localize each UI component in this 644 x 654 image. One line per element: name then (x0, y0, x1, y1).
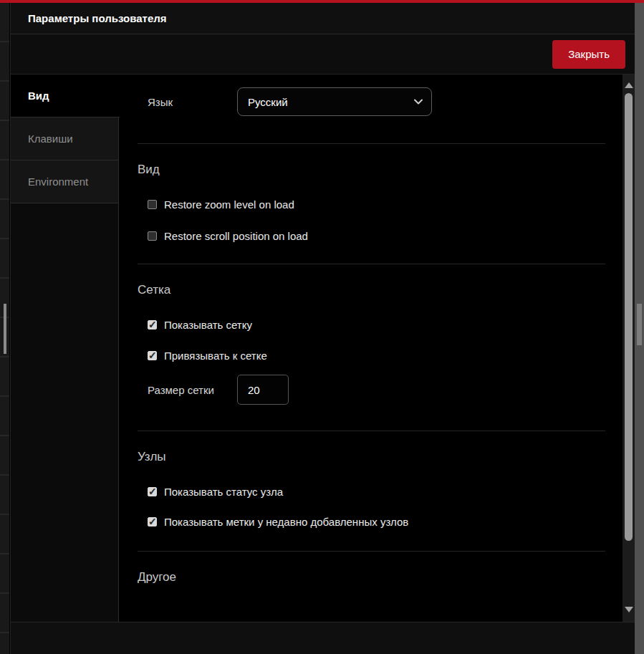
dialog-title: Параметры пользователя (28, 12, 167, 24)
section-divider (138, 143, 605, 144)
tab-keys-label: Клавиши (28, 133, 73, 145)
dialog-toolbar: Закрыть (11, 34, 635, 74)
dialog-scrollbar-thumb[interactable] (625, 93, 633, 541)
checkbox-icon[interactable] (148, 351, 157, 360)
checkbox-icon[interactable] (148, 320, 157, 330)
grid-size-input[interactable] (237, 375, 289, 405)
checkbox-icon[interactable] (148, 517, 157, 526)
language-select-wrap: Русский (237, 87, 432, 116)
show-grid-option[interactable]: Показывать сетку (148, 319, 605, 331)
scroll-down-arrow-icon[interactable] (623, 602, 635, 617)
tab-environment-label: Environment (28, 175, 88, 188)
restore-zoom-option[interactable]: Restore zoom level on load (148, 198, 605, 211)
scroll-up-arrow-icon[interactable] (623, 77, 635, 93)
checkbox-label: Показывать сетку (164, 319, 252, 331)
settings-tab-list: Вид Клавиши Environment (11, 74, 119, 622)
settings-panel: Язык Русский Вид Restore zoom level on (119, 74, 623, 622)
dialog-footer (11, 622, 635, 654)
section-divider (138, 264, 605, 264)
nodes-section-title: Узлы (138, 448, 605, 466)
section-divider (138, 431, 605, 431)
dialog-scrollbar[interactable] (623, 74, 635, 622)
grid-size-row: Размер сетки (138, 375, 605, 405)
background-scrollbar-thumb[interactable] (4, 304, 6, 354)
grid-size-label: Размер сетки (148, 384, 237, 396)
close-button[interactable]: Закрыть (552, 40, 625, 69)
checkbox-icon[interactable] (148, 200, 157, 209)
checkbox-label: Привязывать к сетке (164, 350, 267, 362)
show-node-status-option[interactable]: Показывать статус узла (148, 486, 605, 498)
checkbox-label: Restore scroll position on load (164, 230, 308, 242)
language-row: Язык Русский (138, 87, 605, 116)
tab-view-label: Вид (28, 90, 49, 102)
checkbox-label: Показывать метки у недавно добавленных у… (164, 516, 408, 528)
section-divider (138, 551, 605, 552)
view-section-title: Вид (138, 161, 605, 178)
dialog-header: Параметры пользователя (11, 3, 635, 34)
snap-grid-option[interactable]: Привязывать к сетке (148, 350, 605, 362)
checkbox-icon[interactable] (148, 487, 157, 496)
tab-list-filler (11, 203, 118, 622)
tab-view[interactable]: Вид (11, 74, 120, 117)
other-section-title: Другое (138, 569, 605, 586)
window-scrollbar-thumb[interactable] (637, 304, 642, 345)
app-window: Параметры пользователя Закрыть Вид Клави… (0, 0, 644, 654)
tab-keys[interactable]: Клавиши (11, 117, 118, 160)
dialog-main: Вид Клавиши Environment Язык Русский (11, 74, 635, 622)
show-node-labels-option[interactable]: Показывать метки у недавно добавленных у… (148, 516, 605, 528)
background-page-left-edge (0, 3, 10, 654)
checkbox-label: Показывать статус узла (164, 486, 283, 498)
language-label: Язык (148, 96, 237, 108)
checkbox-icon[interactable] (148, 231, 157, 241)
checkbox-label: Restore zoom level on load (164, 198, 294, 211)
grid-section-title: Сетка (138, 282, 605, 299)
tab-environment[interactable]: Environment (11, 160, 118, 203)
user-settings-dialog: Параметры пользователя Закрыть Вид Клави… (10, 3, 635, 654)
language-select[interactable]: Русский (237, 87, 432, 116)
window-scrollbar-track[interactable] (635, 3, 644, 654)
restore-scroll-option[interactable]: Restore scroll position on load (148, 230, 605, 242)
